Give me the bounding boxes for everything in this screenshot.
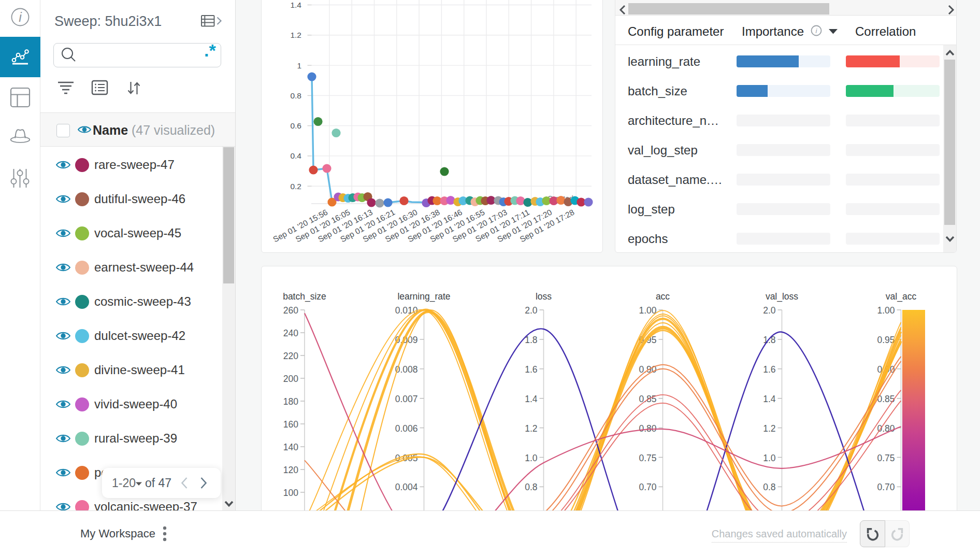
svg-text:0.8: 0.8 bbox=[763, 482, 775, 492]
svg-text:1.00: 1.00 bbox=[877, 305, 895, 316]
svg-text:0.004: 0.004 bbox=[395, 482, 418, 492]
svg-text:1.2: 1.2 bbox=[763, 423, 775, 434]
svg-text:0.85: 0.85 bbox=[639, 394, 656, 404]
svg-text:1.8: 1.8 bbox=[763, 335, 775, 345]
svg-text:0.75: 0.75 bbox=[877, 453, 895, 463]
svg-text:0.6: 0.6 bbox=[290, 121, 301, 130]
svg-text:0.80: 0.80 bbox=[639, 423, 656, 434]
svg-text:0.8: 0.8 bbox=[525, 482, 537, 492]
svg-text:acc: acc bbox=[656, 291, 670, 302]
svg-text:0.80: 0.80 bbox=[877, 423, 895, 434]
svg-text:1.2: 1.2 bbox=[290, 31, 301, 39]
svg-text:i: i bbox=[816, 27, 818, 35]
svg-text:0.70: 0.70 bbox=[639, 482, 656, 492]
svg-text:0.4: 0.4 bbox=[290, 151, 301, 160]
svg-text:240: 240 bbox=[283, 328, 298, 338]
svg-text:val_acc: val_acc bbox=[886, 291, 917, 302]
svg-text:1.2: 1.2 bbox=[525, 423, 537, 434]
svg-text:0.2: 0.2 bbox=[290, 182, 301, 191]
svg-text:1.4: 1.4 bbox=[763, 394, 776, 404]
svg-text:batch_size: batch_size bbox=[283, 291, 326, 302]
svg-text:120: 120 bbox=[283, 465, 298, 475]
svg-text:200: 200 bbox=[283, 374, 298, 384]
svg-text:260: 260 bbox=[283, 305, 298, 316]
svg-text:0.007: 0.007 bbox=[395, 394, 418, 404]
svg-text:1.4: 1.4 bbox=[290, 1, 301, 9]
svg-text:100: 100 bbox=[283, 488, 298, 498]
svg-text:0.8: 0.8 bbox=[290, 91, 301, 100]
svg-text:180: 180 bbox=[283, 396, 298, 407]
svg-text:140: 140 bbox=[283, 442, 298, 452]
svg-text:160: 160 bbox=[283, 419, 298, 430]
svg-text:0.75: 0.75 bbox=[639, 453, 656, 463]
svg-text:learning_rate: learning_rate bbox=[397, 291, 450, 302]
svg-text:2.0: 2.0 bbox=[525, 305, 538, 316]
svg-text:loss: loss bbox=[536, 291, 552, 302]
svg-text:0.006: 0.006 bbox=[395, 423, 418, 434]
svg-text:1.6: 1.6 bbox=[525, 364, 537, 375]
svg-text:1.0: 1.0 bbox=[525, 453, 538, 463]
svg-text:1.4: 1.4 bbox=[525, 394, 538, 404]
svg-text:1.6: 1.6 bbox=[763, 364, 775, 375]
svg-text:220: 220 bbox=[283, 351, 298, 361]
svg-text:val_loss: val_loss bbox=[766, 291, 798, 302]
svg-text:0.70: 0.70 bbox=[877, 482, 895, 492]
svg-text:2.0: 2.0 bbox=[763, 305, 776, 316]
svg-text:1: 1 bbox=[297, 61, 301, 70]
svg-text:i: i bbox=[19, 10, 22, 24]
svg-text:1.0: 1.0 bbox=[763, 453, 776, 463]
svg-text:0.90: 0.90 bbox=[639, 364, 656, 375]
